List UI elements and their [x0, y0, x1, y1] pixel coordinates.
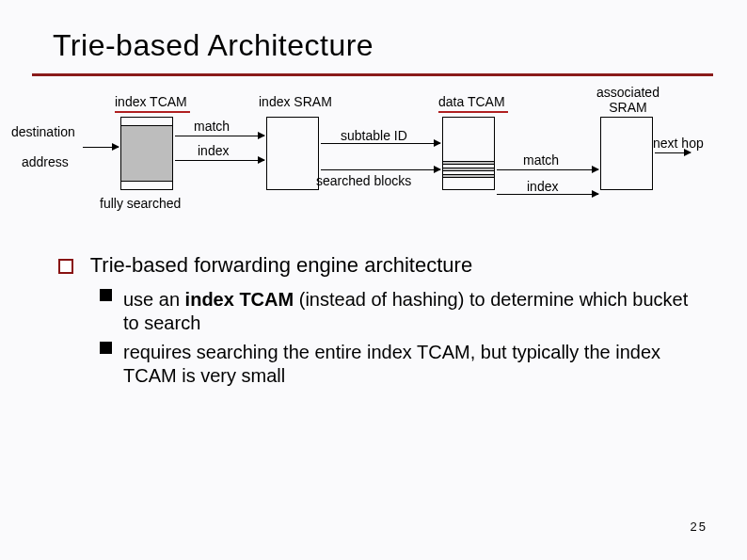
- shade-row2: [443, 168, 494, 171]
- underline-index-tcam: [115, 111, 190, 113]
- label-index-tcam: index TCAM: [115, 94, 187, 109]
- label-index-sram: index SRAM: [259, 94, 332, 109]
- shade-row3: [443, 174, 494, 178]
- outline-item: requires searching the entire index TCAM…: [100, 341, 691, 388]
- architecture-diagram: index TCAM index SRAM data TCAM associat…: [38, 94, 709, 226]
- outline-heading: Trie-based forwarding engine architectur…: [90, 253, 472, 277]
- arrow-match1: [175, 136, 264, 136]
- bullet-fill-icon: [100, 342, 112, 354]
- arrow-index1: [175, 160, 264, 161]
- title-underline: [32, 73, 713, 76]
- item-bold: index TCAM: [185, 289, 294, 310]
- item-prefix: use an: [123, 289, 185, 310]
- label-destination: destination: [11, 124, 75, 139]
- outline-item-text: use an index TCAM (instead of hashing) t…: [123, 288, 691, 335]
- box-index-sram: [266, 117, 319, 190]
- label-searched-blocks: searched blocks: [316, 173, 411, 188]
- outline-heading-row: Trie-based forwarding engine architectur…: [58, 252, 691, 279]
- arrow-searched-blocks: [321, 169, 440, 170]
- arrow-subtable: [321, 143, 440, 144]
- outline-item-text: requires searching the entire index TCAM…: [123, 341, 691, 388]
- arrow-match2: [497, 169, 598, 170]
- label-subtable-id: subtable ID: [341, 128, 407, 143]
- label-index1: index: [198, 143, 229, 158]
- box-data-tcam: [442, 117, 495, 190]
- item-suffix: requires searching the entire index TCAM…: [123, 342, 660, 386]
- outline-content: Trie-based forwarding engine architectur…: [58, 252, 691, 393]
- shade-row1: [443, 161, 494, 165]
- arrow-next-hop: [655, 152, 691, 153]
- bullet-outline-icon: [58, 259, 73, 274]
- label-associated-sram: associated SRAM: [596, 85, 660, 115]
- bullet-fill-icon: [100, 289, 112, 301]
- label-index2: index: [527, 179, 558, 194]
- label-data-tcam: data TCAM: [438, 94, 505, 109]
- underline-data-tcam: [438, 111, 508, 113]
- shade-fully-searched: [121, 125, 172, 182]
- label-match1: match: [194, 119, 230, 134]
- arrow-index2: [497, 194, 598, 195]
- page-number: 25: [691, 520, 707, 534]
- label-address: address: [22, 154, 69, 169]
- label-fully-searched: fully searched: [100, 196, 181, 211]
- box-associated-sram: [600, 117, 653, 190]
- label-match2: match: [523, 152, 559, 168]
- outline-item: use an index TCAM (instead of hashing) t…: [100, 288, 691, 335]
- slide-title: Trie-based Architecture: [53, 28, 374, 63]
- box-index-tcam: [120, 117, 173, 190]
- arrow-dest-to-tcam: [83, 147, 119, 148]
- label-next-hop: next hop: [653, 136, 704, 151]
